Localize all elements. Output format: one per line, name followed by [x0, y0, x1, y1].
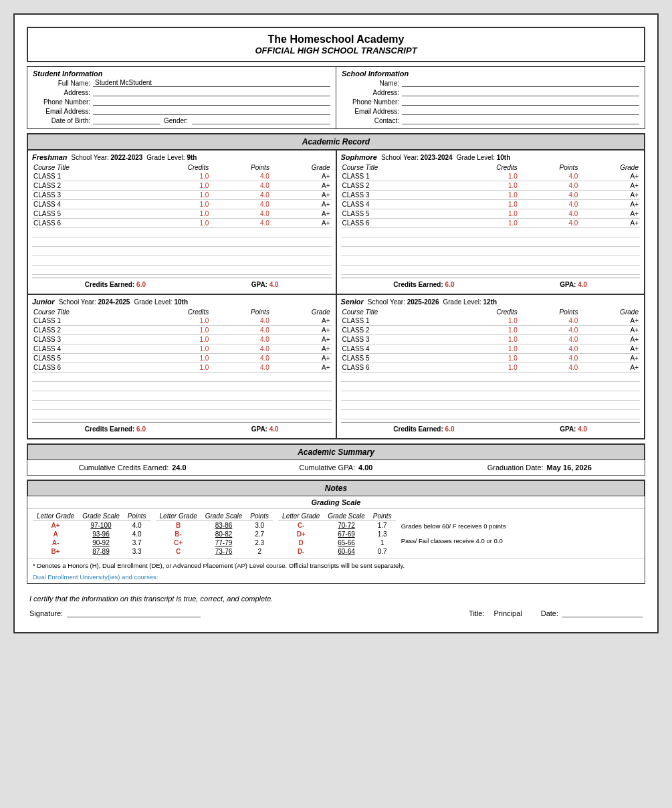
- junior-grade-level: Grade Level: 10th: [134, 298, 188, 306]
- table-row: C-70-721.7: [278, 521, 396, 530]
- freshman-block: Freshman School Year: 2022-2023 Grade Le…: [27, 150, 336, 294]
- course-title: CLASS 4: [341, 200, 451, 209]
- school-contact-label: Contact:: [342, 117, 402, 124]
- course-credits: 1.0: [451, 354, 519, 363]
- col-course-title: Course Title: [32, 308, 142, 316]
- year-grid-1: Freshman School Year: 2022-2023 Grade Le…: [27, 150, 645, 294]
- empty-row: [341, 410, 641, 419]
- table-row: CLASS 61.04.0A+: [32, 219, 332, 228]
- cumulative-credits-item: Cumulative Credits Earned: 24.0: [34, 464, 231, 472]
- course-grade: A+: [271, 354, 332, 363]
- course-grade: A+: [579, 219, 640, 228]
- course-grade: A+: [271, 363, 332, 373]
- g1-letter-header: Letter Grade: [33, 512, 78, 521]
- col-grade: Grade: [579, 163, 640, 172]
- table-row: CLASS 21.04.0A+: [341, 181, 641, 191]
- course-points: 4.0: [210, 363, 271, 373]
- course-grade: A+: [271, 172, 332, 181]
- senior-gpa-label: GPA: 4.0: [560, 425, 587, 433]
- grading-table-2: Letter Grade Grade Scale Points B83-863.…: [156, 512, 273, 556]
- course-grade: A+: [579, 363, 640, 373]
- course-credits: 1.0: [451, 200, 519, 209]
- col-course-title: Course Title: [32, 163, 142, 172]
- course-title: CLASS 3: [341, 335, 451, 344]
- empty-row: [341, 401, 641, 410]
- school-info-col: School Information Name: Address: Phone …: [336, 67, 645, 128]
- course-credits: 1.0: [451, 344, 519, 354]
- table-row: CLASS 41.04.0A+: [341, 344, 641, 354]
- col-points: Points: [519, 308, 580, 316]
- table-row: A93-964.0: [33, 530, 150, 538]
- senior-grade-level: Grade Level: 12th: [443, 298, 497, 306]
- course-title: CLASS 6: [341, 363, 451, 373]
- course-credits: 1.0: [142, 344, 211, 354]
- fullname-label: Full Name:: [33, 80, 93, 87]
- email-value: [93, 107, 330, 115]
- info-section: Student Information Full Name: Student M…: [27, 66, 645, 129]
- junior-totals: Credits Earned: 6.0 GPA: 4.0: [32, 422, 332, 435]
- col-course-title: Course Title: [341, 308, 451, 316]
- g1-points-header: Points: [124, 512, 150, 521]
- sophomore-school-year: School Year: 2023-2024: [381, 154, 453, 161]
- course-credits: 1.0: [142, 172, 211, 181]
- table-row: CLASS 21.04.0A+: [341, 326, 641, 335]
- course-grade: A+: [579, 181, 640, 191]
- senior-totals: Credits Earned: 6.0 GPA: 4.0: [341, 422, 641, 435]
- col-grade: Grade: [271, 163, 332, 172]
- summary-row: Cumulative Credits Earned: 24.0 Cumulati…: [27, 460, 645, 475]
- course-points: 4.0: [210, 191, 271, 200]
- academic-summary: Academic Summary Cumulative Credits Earn…: [27, 443, 645, 476]
- dob-label: Date of Birth:: [33, 117, 93, 124]
- junior-course-table: Course Title Credits Points Grade CLASS …: [32, 308, 332, 419]
- senior-credits-label: Credits Earned: 6.0: [393, 425, 454, 433]
- course-points: 4.0: [210, 344, 271, 354]
- course-title: CLASS 4: [32, 200, 142, 209]
- course-points: 4.0: [519, 219, 580, 228]
- sophomore-totals: Credits Earned: 6.0 GPA: 4.0: [341, 278, 641, 291]
- student-phone-row: Phone Number:: [33, 98, 330, 106]
- course-title: CLASS 5: [32, 354, 142, 363]
- col-credits: Credits: [142, 163, 211, 172]
- empty-row: [32, 237, 332, 247]
- course-grade: A+: [271, 219, 332, 228]
- graduation-date-item: Graduation Date: May 16, 2026: [441, 464, 638, 472]
- sophomore-course-table: Course Title Credits Points Grade CLASS …: [341, 163, 641, 275]
- school-address-label: Address:: [342, 89, 402, 96]
- grading-table-3: Letter Grade Grade Scale Points C-70-721…: [278, 512, 396, 556]
- table-row: D-60-640.7: [278, 547, 396, 556]
- course-points: 4.0: [519, 316, 580, 326]
- course-credits: 1.0: [451, 191, 519, 200]
- school-phone-label: Phone Number:: [342, 98, 402, 106]
- table-row: B-80-822.7: [156, 530, 273, 538]
- empty-row: [32, 228, 332, 237]
- course-credits: 1.0: [451, 326, 519, 335]
- course-title: CLASS 5: [341, 209, 451, 219]
- email-label: Email Address:: [33, 108, 93, 115]
- cumulative-credits-label: Cumulative Credits Earned:: [79, 464, 169, 472]
- course-grade: A+: [579, 344, 640, 354]
- address-label: Address:: [33, 89, 93, 96]
- g2-scale-header: Grade Scale: [201, 512, 247, 521]
- course-credits: 1.0: [142, 326, 211, 335]
- empty-row: [341, 237, 641, 247]
- g2-points-header: Points: [246, 512, 273, 521]
- sophomore-grade-level: Grade Level: 10th: [457, 154, 511, 161]
- empty-row: [341, 228, 641, 237]
- school-name-label: Name:: [342, 80, 402, 87]
- table-row: CLASS 11.04.0A+: [32, 172, 332, 181]
- cumulative-credits-value: 24.0: [172, 464, 186, 472]
- course-title: CLASS 6: [32, 363, 142, 373]
- table-row: CLASS 61.04.0A+: [32, 363, 332, 373]
- junior-label: Junior: [32, 298, 55, 306]
- course-title: CLASS 3: [32, 335, 142, 344]
- fullname-value: Student McStudent: [93, 79, 330, 87]
- sophomore-gpa-label: GPA: 4.0: [560, 281, 587, 288]
- school-contact-row: Contact:: [342, 116, 639, 124]
- title-label: Title:: [469, 609, 484, 617]
- student-address-row: Address:: [33, 88, 330, 96]
- academic-record-header: Academic Record: [27, 134, 645, 150]
- table-row: B+87-893.3: [33, 547, 150, 556]
- grading-note-1: Grades below 60/ F receives 0 points: [401, 522, 639, 530]
- course-grade: A+: [271, 335, 332, 344]
- course-points: 4.0: [519, 344, 580, 354]
